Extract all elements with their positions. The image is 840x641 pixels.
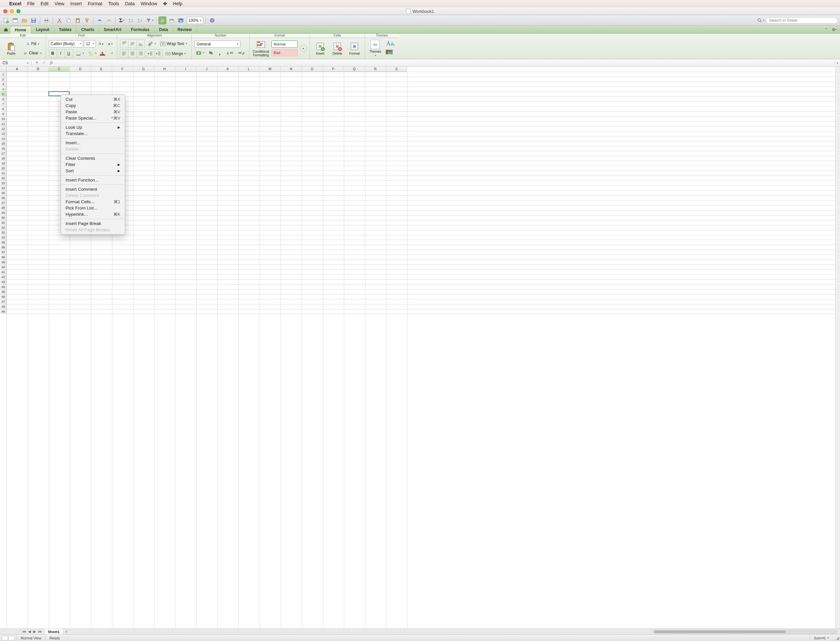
conditional-formatting-button[interactable]: Conditional Formatting [252, 39, 269, 58]
font-color-button[interactable]: A▾ [99, 49, 115, 57]
search-scope-icon[interactable]: ▾ [757, 17, 764, 24]
row-header[interactable]: 37 [0, 250, 6, 254]
show-formulas-icon[interactable]: fx [158, 16, 166, 24]
row-header[interactable]: 38 [0, 254, 6, 259]
fill-color-button[interactable]: ▾ [87, 49, 98, 57]
vertical-scrollbar[interactable] [835, 66, 840, 628]
row-header[interactable]: 20 [0, 166, 6, 171]
indent-increase-icon[interactable] [154, 50, 163, 58]
script-menu-icon[interactable]: ✤ [163, 1, 167, 6]
cut-icon[interactable] [55, 16, 63, 24]
column-header[interactable]: J [196, 66, 217, 72]
row-headers[interactable]: 1234567891011121314151617181920212223242… [0, 72, 6, 628]
column-header[interactable]: R [365, 66, 386, 72]
sheet-nav-last-icon[interactable]: ⏭ [37, 630, 42, 634]
menu-file[interactable]: File [27, 1, 35, 6]
context-menu-item[interactable]: Sort▶ [61, 167, 125, 174]
borders-button[interactable]: ▾ [74, 49, 86, 57]
context-menu-item[interactable]: Pick From List... [61, 205, 125, 211]
column-header[interactable]: A [6, 66, 28, 72]
zoom-window-button[interactable] [16, 9, 21, 13]
row-header[interactable]: 49 [0, 309, 6, 314]
toolbox-icon[interactable] [168, 16, 175, 24]
column-header[interactable]: D [70, 66, 91, 72]
align-center-icon[interactable] [129, 50, 137, 58]
row-header[interactable]: 42 [0, 274, 6, 279]
column-headers[interactable]: ABCDEFGHIJKLMNOPQRS [6, 66, 835, 72]
column-header[interactable]: I [175, 66, 196, 72]
row-header[interactable]: 21 [0, 171, 6, 176]
sort-desc-icon[interactable]: ZA [137, 16, 144, 24]
sheet-nav-next-icon[interactable]: ▶ [32, 630, 37, 634]
menu-data[interactable]: Data [125, 1, 135, 6]
row-header[interactable]: 13 [0, 131, 6, 136]
autosum-icon[interactable]: Σ▾ [118, 16, 126, 24]
column-header[interactable]: Q [344, 66, 365, 72]
row-header[interactable]: 8 [0, 106, 6, 111]
row-header[interactable]: 22 [0, 176, 6, 180]
align-middle-icon[interactable] [129, 40, 137, 48]
merge-button[interactable]: Merge▾ [164, 50, 187, 58]
horizontal-scrollbar[interactable] [653, 630, 837, 634]
align-right-icon[interactable] [137, 50, 145, 58]
mac-menubar[interactable]: Excel File Edit View Insert Format Tools… [0, 0, 840, 7]
row-header[interactable]: 18 [0, 156, 6, 161]
row-header[interactable]: 27 [0, 200, 6, 205]
context-menu-item[interactable]: Paste⌘V [61, 109, 125, 115]
indent-decrease-icon[interactable] [146, 50, 154, 58]
align-left-icon[interactable] [120, 50, 129, 58]
delete-cells-button[interactable]: Delete [330, 39, 345, 58]
tab-smartart[interactable]: SmartArt [99, 26, 127, 33]
column-header[interactable]: N [281, 66, 302, 72]
row-header[interactable]: 41 [0, 269, 6, 274]
styles-more-button[interactable]: ▸ [300, 45, 307, 52]
tab-charts[interactable]: Charts [76, 26, 99, 33]
menu-edit[interactable]: Edit [40, 1, 48, 6]
menu-window[interactable]: Window [141, 1, 157, 6]
style-normal[interactable]: Normal [272, 40, 298, 48]
row-header[interactable]: 11 [0, 121, 6, 126]
row-header[interactable]: 6 [0, 97, 6, 101]
row-header[interactable]: 29 [0, 210, 6, 215]
help-icon[interactable]: ? [208, 16, 216, 24]
sheet-nav-first-icon[interactable]: ⏮ [22, 630, 26, 634]
select-all-corner[interactable] [0, 66, 6, 72]
print-icon[interactable] [42, 16, 50, 24]
theme-fonts-button[interactable]: Aa▾ [385, 39, 396, 58]
orientation-button[interactable]: abc▾ [146, 40, 158, 48]
name-box[interactable]: C5▾ [0, 61, 32, 65]
context-menu-item[interactable]: Filter▶ [61, 161, 125, 167]
row-header[interactable]: 23 [0, 180, 6, 185]
tab-formulas[interactable]: Formulas [126, 26, 154, 33]
ribbon-home-icon[interactable] [2, 26, 10, 33]
column-header[interactable]: C [49, 66, 70, 72]
sheet-tab[interactable]: Sheet1 [45, 629, 63, 635]
style-bad[interactable]: Bad [272, 49, 298, 56]
number-format-selector[interactable]: General▾ [194, 40, 240, 48]
cancel-formula-icon[interactable]: ✕ [34, 60, 40, 65]
currency-button[interactable]: ▾ [194, 49, 206, 57]
row-header[interactable]: 16 [0, 146, 6, 151]
tab-tables[interactable]: Tables [54, 26, 77, 33]
menu-help[interactable]: Help [173, 1, 182, 6]
open-icon[interactable] [21, 16, 28, 24]
minimize-window-button[interactable] [10, 9, 14, 13]
row-header[interactable]: 36 [0, 245, 6, 250]
row-header[interactable]: 25 [0, 190, 6, 195]
context-menu-item[interactable]: Format Cells...⌘1 [61, 199, 125, 205]
context-menu-item[interactable]: Cut⌘X [61, 96, 125, 102]
row-header[interactable]: 39 [0, 259, 6, 264]
tab-data[interactable]: Data [154, 26, 173, 33]
row-header[interactable]: 14 [0, 136, 6, 141]
clear-button[interactable]: Clear▾ [22, 49, 43, 57]
page-layout-view-button[interactable] [8, 636, 14, 640]
column-header[interactable]: B [28, 66, 49, 72]
row-header[interactable]: 40 [0, 264, 6, 269]
zoom-selector[interactable]: 100%▾ [187, 17, 203, 24]
tab-review[interactable]: Review [173, 26, 197, 33]
app-menu[interactable]: Excel [9, 1, 21, 6]
menu-tools[interactable]: Tools [108, 1, 119, 6]
ribbon-settings-icon[interactable]: ⚙▾ [832, 27, 837, 32]
context-menu-item[interactable]: Copy⌘C [61, 102, 125, 109]
row-header[interactable]: 45 [0, 289, 6, 294]
